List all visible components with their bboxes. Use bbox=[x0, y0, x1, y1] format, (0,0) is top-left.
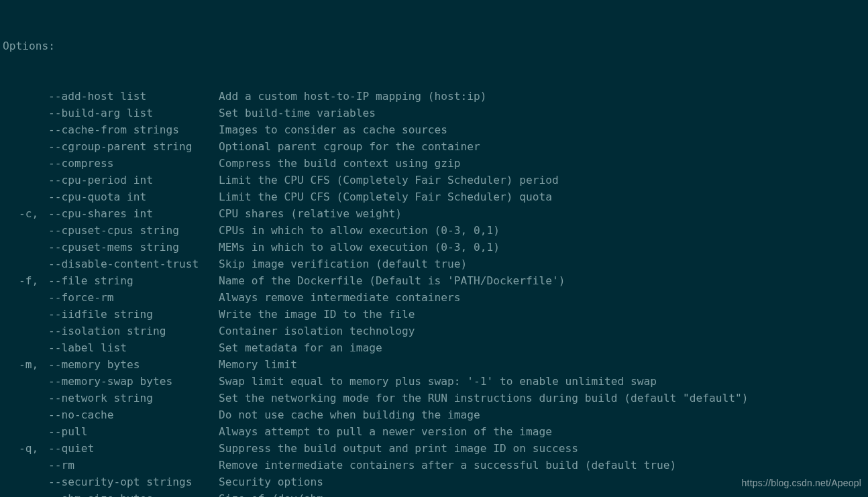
option-long-flag: --memory bytes bbox=[48, 356, 219, 373]
option-row: --build-arg listSet build-time variables bbox=[3, 105, 865, 121]
options-list: --add-host listAdd a custom host-to-IP m… bbox=[3, 88, 865, 497]
option-description: CPU shares (relative weight) bbox=[219, 205, 402, 222]
option-description: Optional parent cgroup for the container bbox=[219, 138, 480, 155]
option-row: --pullAlways attempt to pull a newer ver… bbox=[3, 423, 865, 440]
option-long-flag: --memory-swap bytes bbox=[48, 373, 219, 390]
option-row: --add-host listAdd a custom host-to-IP m… bbox=[3, 88, 865, 105]
option-description: Skip image verification (default true) bbox=[219, 256, 467, 272]
option-row: -f,--file stringName of the Dockerfile (… bbox=[3, 272, 865, 289]
option-long-flag: --cpuset-cpus string bbox=[48, 222, 219, 239]
option-long-flag: --network string bbox=[48, 390, 219, 406]
option-description: Add a custom host-to-IP mapping (host:ip… bbox=[219, 88, 487, 105]
option-row: --shm-size bytesSize of /dev/shm bbox=[3, 490, 865, 497]
option-description: Size of /dev/shm bbox=[219, 490, 323, 497]
option-long-flag: --add-host list bbox=[48, 88, 219, 105]
option-description: Swap limit equal to memory plus swap: '-… bbox=[219, 373, 657, 390]
option-description: Security options bbox=[219, 474, 323, 490]
option-long-flag: --file string bbox=[48, 272, 219, 289]
option-row: --disable-content-trustSkip image verifi… bbox=[3, 256, 865, 272]
option-description: Images to consider as cache sources bbox=[219, 121, 447, 138]
option-description: Compress the build context using gzip bbox=[219, 155, 461, 172]
option-row: --network stringSet the networking mode … bbox=[3, 390, 865, 406]
option-long-flag: --quiet bbox=[48, 440, 219, 457]
option-short-flag: -q, bbox=[3, 440, 48, 457]
option-short-flag: -c, bbox=[3, 205, 48, 222]
option-long-flag: --compress bbox=[48, 155, 219, 172]
option-description: Always attempt to pull a newer version o… bbox=[219, 423, 552, 440]
option-description: Limit the CPU CFS (Completely Fair Sched… bbox=[219, 172, 559, 188]
option-long-flag: --pull bbox=[48, 423, 219, 440]
option-long-flag: --cgroup-parent string bbox=[48, 138, 219, 155]
option-long-flag: --shm-size bytes bbox=[48, 490, 219, 497]
option-long-flag: --iidfile string bbox=[48, 306, 219, 323]
options-header: Options: bbox=[3, 38, 865, 54]
option-row: -q,--quietSuppress the build output and … bbox=[3, 440, 865, 457]
option-long-flag: --no-cache bbox=[48, 406, 219, 423]
option-description: MEMs in which to allow execution (0-3, 0… bbox=[219, 239, 500, 256]
option-description: CPUs in which to allow execution (0-3, 0… bbox=[219, 222, 500, 239]
option-long-flag: --disable-content-trust bbox=[48, 256, 219, 272]
option-description: Limit the CPU CFS (Completely Fair Sched… bbox=[219, 188, 552, 205]
option-long-flag: --cache-from strings bbox=[48, 121, 219, 138]
option-description: Remove intermediate containers after a s… bbox=[219, 457, 676, 474]
option-long-flag: --cpu-shares int bbox=[48, 205, 219, 222]
option-description: Do not use cache when building the image bbox=[219, 406, 480, 423]
option-row: -c,--cpu-shares intCPU shares (relative … bbox=[3, 205, 865, 222]
option-long-flag: --cpuset-mems string bbox=[48, 239, 219, 256]
option-row: --cpu-period intLimit the CPU CFS (Compl… bbox=[3, 172, 865, 188]
option-description: Container isolation technology bbox=[219, 323, 415, 339]
option-long-flag: --force-rm bbox=[48, 289, 219, 306]
option-row: --isolation stringContainer isolation te… bbox=[3, 323, 865, 339]
watermark-text: https://blog.csdn.net/Apeopl bbox=[742, 475, 861, 492]
option-row: --rmRemove intermediate containers after… bbox=[3, 457, 865, 474]
option-description: Name of the Dockerfile (Default is 'PATH… bbox=[219, 272, 565, 289]
option-long-flag: --isolation string bbox=[48, 323, 219, 339]
option-row: --memory-swap bytesSwap limit equal to m… bbox=[3, 373, 865, 390]
option-long-flag: --cpu-period int bbox=[48, 172, 219, 188]
option-row: -m,--memory bytesMemory limit bbox=[3, 356, 865, 373]
option-row: --iidfile stringWrite the image ID to th… bbox=[3, 306, 865, 323]
option-long-flag: --cpu-quota int bbox=[48, 188, 219, 205]
option-short-flag: -f, bbox=[3, 272, 48, 289]
option-row: --security-opt stringsSecurity options bbox=[3, 474, 865, 490]
option-row: --cpuset-cpus stringCPUs in which to all… bbox=[3, 222, 865, 239]
option-row: --compressCompress the build context usi… bbox=[3, 155, 865, 172]
option-row: --cpuset-mems stringMEMs in which to all… bbox=[3, 239, 865, 256]
option-row: --force-rmAlways remove intermediate con… bbox=[3, 289, 865, 306]
option-description: Set build-time variables bbox=[219, 105, 376, 121]
option-description: Always remove intermediate containers bbox=[219, 289, 461, 306]
option-row: --cgroup-parent stringOptional parent cg… bbox=[3, 138, 865, 155]
option-long-flag: --rm bbox=[48, 457, 219, 474]
terminal-output: Options: --add-host listAdd a custom hos… bbox=[0, 0, 868, 497]
option-long-flag: --security-opt strings bbox=[48, 474, 219, 490]
option-long-flag: --label list bbox=[48, 339, 219, 356]
option-description: Set metadata for an image bbox=[219, 339, 382, 356]
option-row: --no-cacheDo not use cache when building… bbox=[3, 406, 865, 423]
option-short-flag: -m, bbox=[3, 356, 48, 373]
option-row: --cache-from stringsImages to consider a… bbox=[3, 121, 865, 138]
option-long-flag: --build-arg list bbox=[48, 105, 219, 121]
option-description: Set the networking mode for the RUN inst… bbox=[219, 390, 748, 406]
option-description: Memory limit bbox=[219, 356, 297, 373]
option-row: --cpu-quota intLimit the CPU CFS (Comple… bbox=[3, 188, 865, 205]
option-row: --label listSet metadata for an image bbox=[3, 339, 865, 356]
option-description: Suppress the build output and print imag… bbox=[219, 440, 578, 457]
option-description: Write the image ID to the file bbox=[219, 306, 415, 323]
